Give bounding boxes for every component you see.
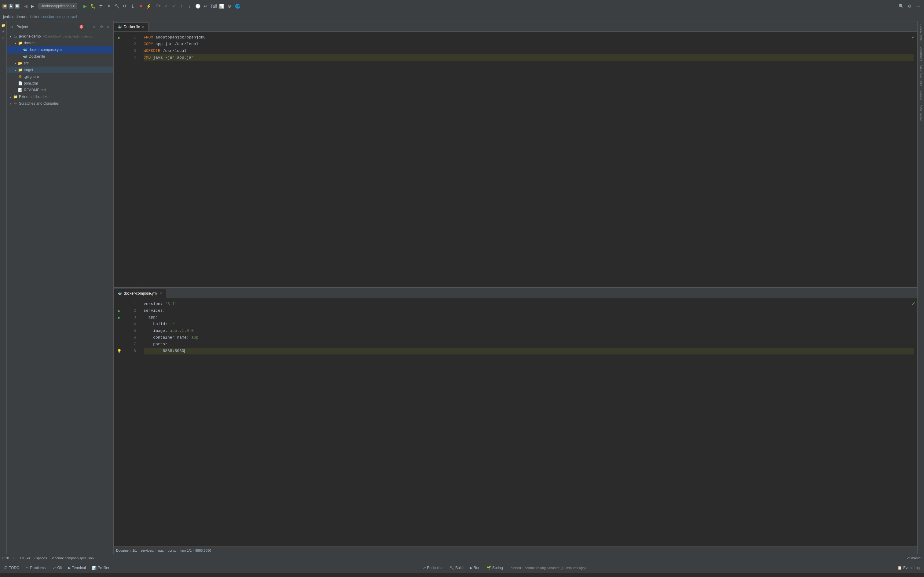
right-strip-maven[interactable]: Maven	[919, 89, 923, 102]
debug-button[interactable]: 🐛	[89, 3, 96, 10]
tab-docker-compose-icon: 🐳	[118, 292, 122, 295]
tree-arrow-src[interactable]	[13, 61, 18, 66]
tree-item-jenkins-demo[interactable]: 🗂 jenkins-demo ~/Data/IdeaProjects/jenki…	[7, 33, 113, 40]
right-strip-json-parser[interactable]: Json Parser	[919, 23, 923, 44]
tree-arrow-docker[interactable]	[13, 40, 18, 45]
gutter-run-1[interactable]: ▶	[114, 34, 125, 41]
b-line-num-6: 6	[126, 334, 139, 341]
tab-dockerfile-close[interactable]: ✕	[142, 25, 145, 29]
status-schema[interactable]: Schema: compose-spec.json	[50, 556, 94, 560]
tree-item-scratches[interactable]: ✏ Scratches and Consoles	[7, 100, 113, 107]
status-lf[interactable]: LF	[13, 556, 16, 560]
bookmark-icon[interactable]: ★	[1, 29, 6, 34]
run-config-dropdown[interactable]: JenkinsApplication ▾	[39, 3, 77, 9]
tree-arrow-ext-libs[interactable]	[8, 94, 13, 99]
more-run-button[interactable]: ▾	[105, 3, 112, 10]
top-line-numbers: 1 2 3 4	[125, 32, 140, 287]
search-everywhere-button[interactable]: 🔍	[898, 3, 905, 10]
commit-message: Pushed 1 commit to origin/master (42 min…	[510, 566, 586, 570]
tree-item-src[interactable]: 📂 src	[7, 60, 113, 66]
locate-file-button[interactable]: 🎯	[79, 24, 84, 30]
window-icon-refresh[interactable]: 🔄	[15, 4, 19, 8]
tree-arrow-scratches[interactable]	[8, 101, 13, 106]
tree-item-ext-libs[interactable]: 📁 External Libraries	[7, 93, 113, 100]
minimize-button[interactable]: ─	[915, 3, 922, 10]
ed-bc-services[interactable]: services:	[141, 549, 154, 552]
window-icon-save[interactable]: 💾	[8, 4, 13, 8]
breadcrumb-docker[interactable]: docker	[28, 15, 39, 19]
tree-item-docker-compose[interactable]: 🐳 docker-compose.yml	[7, 47, 113, 53]
terminal-button[interactable]: ▶ Terminal	[66, 565, 87, 571]
problems-button[interactable]: ⚠ Problems	[24, 565, 47, 571]
spring-button[interactable]: 🌱 Spring	[485, 565, 505, 571]
status-line-col[interactable]: 8:18	[2, 556, 9, 560]
tail-label[interactable]: Tail	[210, 3, 217, 10]
bottom-editor-check-icon: ✓	[911, 301, 916, 306]
profiler-button[interactable]: 📊 Profiler	[90, 565, 111, 571]
tree-item-readme[interactable]: 📝 README.md	[7, 87, 113, 93]
readme-icon: 📝	[18, 88, 23, 92]
hide-sidebar-button[interactable]: ✕	[105, 24, 111, 30]
project-tool-icon[interactable]: 📁	[1, 23, 6, 28]
gutter-b-run-3[interactable]: ▶	[114, 314, 125, 321]
git-push-icon[interactable]: ↑	[178, 3, 185, 10]
tab-docker-compose-close[interactable]: ✕	[160, 292, 162, 295]
disable-icon[interactable]: ⊘	[226, 3, 233, 10]
top-code-area[interactable]: FROM adoptopenjdk/openjdk8 COPY app.jar …	[140, 32, 917, 287]
breadcrumb-file[interactable]: docker-compose.yml	[43, 15, 77, 19]
sidebar-settings-button[interactable]: ⚙	[99, 24, 104, 30]
expand-all-button[interactable]: ⊞	[92, 24, 97, 30]
collapse-all-button[interactable]: ⊟	[85, 24, 91, 30]
breadcrumb-jenkins-demo[interactable]: jenkins-demo	[3, 15, 25, 19]
git-history-icon[interactable]: 🕐	[194, 3, 201, 10]
coverage-button[interactable]: ☂	[97, 3, 104, 10]
endpoints-button[interactable]: ↗ Endpoints	[421, 565, 445, 571]
right-strip-word-book[interactable]: Word Book	[919, 103, 923, 123]
tree-arrow-target[interactable]	[13, 68, 18, 73]
right-strip-database[interactable]: Database	[919, 45, 923, 63]
code-line-3: WORKDIR /usr/local	[144, 48, 914, 54]
right-strip-pull-requests[interactable]: Pull Requests	[919, 63, 923, 88]
chart-icon[interactable]: 📊	[218, 3, 225, 10]
run-button[interactable]: ▶	[82, 3, 88, 10]
git-check1-icon[interactable]: ✓	[163, 3, 169, 10]
profile-button[interactable]: ⚡	[145, 3, 152, 10]
sync-button[interactable]: ↺	[121, 3, 128, 10]
build-button[interactable]: 🔨	[113, 3, 120, 10]
nav-back-button[interactable]: ◀	[23, 3, 29, 9]
git-button[interactable]: ⎇ Git	[50, 565, 63, 571]
status-charset[interactable]: UTF-8	[20, 556, 30, 560]
window-icon-folder[interactable]: 📁	[2, 4, 7, 8]
gutter-b-6	[114, 334, 125, 341]
event-log-button[interactable]: 📋 Event Log	[896, 565, 922, 571]
git-revert-icon[interactable]: ↩	[202, 3, 209, 10]
gutter-b-run-2[interactable]: ▶	[114, 308, 125, 314]
nav-forward-button[interactable]: ▶	[29, 3, 36, 9]
structure-icon[interactable]: ≡	[1, 35, 6, 40]
build-button-bar[interactable]: 🔨 Build	[447, 565, 465, 571]
info-button[interactable]: ℹ	[129, 3, 136, 10]
ed-bc-ports[interactable]: ports:	[168, 549, 176, 552]
stop-button[interactable]: ■	[137, 3, 144, 10]
git-icons: ✓ ✓ ↑ ↓ 🕐 ↩	[163, 3, 209, 10]
status-indent[interactable]: 2 spaces	[33, 556, 47, 560]
folder-icon-src: 📂	[18, 61, 23, 66]
ed-bc-app[interactable]: app:	[157, 549, 164, 552]
editor-breadcrumb: Document 1/1 › services: › app: › ports:…	[114, 546, 917, 554]
tree-item-pom[interactable]: 📄 pom.xml	[7, 80, 113, 87]
tab-docker-compose[interactable]: 🐳 docker-compose.yml ✕	[114, 289, 166, 298]
bottom-code-area[interactable]: version: '3.1' services: app: build: ./ …	[140, 298, 917, 546]
tree-item-gitignore[interactable]: ⚙ .gitignore	[7, 73, 113, 80]
tree-arrow-jenkins-demo[interactable]	[8, 34, 13, 39]
settings-button[interactable]: ⚙	[906, 3, 913, 10]
tree-item-dockerfile[interactable]: 🐳 Dockerfile	[7, 53, 113, 60]
run-button-bar[interactable]: ▶ Run	[468, 565, 482, 571]
tree-item-target[interactable]: 📁 target	[7, 66, 113, 73]
git-check2-icon[interactable]: ✓	[171, 3, 177, 10]
tree-item-docker[interactable]: 📁 docker	[7, 40, 113, 47]
git-pull-icon[interactable]: ↓	[186, 3, 193, 10]
status-branch[interactable]: ⎇ master	[906, 556, 922, 560]
translate-icon[interactable]: 🌐	[234, 3, 241, 10]
todo-button[interactable]: ☑ TODO	[2, 565, 21, 571]
tab-dockerfile[interactable]: 🐳 Dockerfile ✕	[114, 22, 149, 31]
